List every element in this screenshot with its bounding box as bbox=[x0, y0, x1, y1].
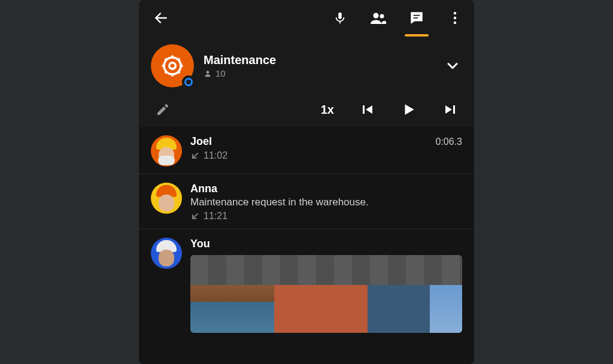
playback-controls: 1x bbox=[321, 102, 457, 117]
active-tab-indicator bbox=[405, 34, 429, 37]
message-duration: 0:06.3 bbox=[436, 136, 462, 147]
skip-next-icon bbox=[443, 102, 457, 117]
message-time: 11:02 bbox=[204, 150, 227, 161]
avatar[interactable] bbox=[151, 183, 182, 214]
playback-bar: 1x bbox=[139, 96, 474, 127]
message-item[interactable]: Anna Maintenance request in the warehous… bbox=[139, 174, 474, 229]
playback-speed-button[interactable]: 1x bbox=[321, 103, 334, 117]
svg-line-19 bbox=[193, 214, 198, 219]
svg-point-12 bbox=[207, 71, 210, 74]
svg-point-7 bbox=[454, 12, 456, 14]
message-meta: 11:02 bbox=[190, 150, 462, 161]
svg-point-3 bbox=[374, 13, 379, 19]
message-text: Maintenance request in the warehouse. bbox=[190, 196, 462, 208]
svg-point-8 bbox=[454, 17, 456, 19]
svg-marker-15 bbox=[405, 104, 414, 114]
edit-button[interactable] bbox=[156, 102, 170, 117]
more-vert-icon bbox=[453, 11, 457, 25]
speed-label: 1x bbox=[321, 103, 334, 117]
chat-icon bbox=[409, 10, 424, 26]
expand-channel-button[interactable] bbox=[444, 57, 461, 74]
incoming-arrow-icon bbox=[190, 151, 200, 160]
channel-header: Maintenance 10 bbox=[139, 36, 474, 96]
svg-rect-1 bbox=[338, 13, 342, 19]
svg-marker-16 bbox=[445, 105, 452, 114]
sender-name: Anna bbox=[190, 183, 217, 195]
play-icon bbox=[401, 102, 417, 117]
channel-info: Maintenance 10 bbox=[204, 53, 435, 78]
pencil-icon bbox=[156, 102, 170, 117]
member-count-value: 10 bbox=[216, 68, 226, 78]
overflow-menu-button[interactable] bbox=[445, 11, 465, 25]
app-frame: Maintenance 10 1x bbox=[139, 0, 474, 364]
skip-previous-icon bbox=[360, 102, 375, 117]
sender-name: You bbox=[190, 238, 210, 250]
message-time: 11:21 bbox=[204, 211, 227, 222]
chevron-down-icon bbox=[444, 57, 461, 74]
mic-icon bbox=[333, 10, 347, 26]
next-button[interactable] bbox=[443, 102, 457, 117]
message-item[interactable]: Joel 0:06.3 11:02 bbox=[139, 127, 474, 174]
play-button[interactable] bbox=[401, 102, 417, 117]
svg-point-4 bbox=[380, 14, 384, 19]
incoming-arrow-icon bbox=[190, 211, 200, 221]
previous-button[interactable] bbox=[360, 102, 375, 117]
svg-point-9 bbox=[454, 22, 456, 24]
person-icon bbox=[204, 69, 212, 78]
channel-name: Maintenance bbox=[204, 53, 435, 67]
sender-name: Joel bbox=[190, 135, 212, 148]
svg-rect-17 bbox=[453, 105, 455, 114]
message-item[interactable]: You bbox=[139, 229, 474, 340]
channel-member-count: 10 bbox=[204, 68, 435, 78]
image-attachment[interactable] bbox=[190, 255, 462, 333]
svg-line-18 bbox=[193, 153, 198, 158]
arrow-left-icon bbox=[153, 10, 169, 26]
top-bar bbox=[139, 0, 474, 36]
contacts-button[interactable] bbox=[369, 11, 388, 25]
messages-tab[interactable] bbox=[407, 10, 426, 26]
mic-button[interactable] bbox=[330, 10, 350, 26]
avatar[interactable] bbox=[151, 238, 182, 269]
channel-status-badge bbox=[182, 75, 195, 89]
channel-avatar[interactable] bbox=[151, 44, 194, 87]
message-list[interactable]: Joel 0:06.3 11:02 An bbox=[139, 127, 474, 364]
svg-marker-14 bbox=[366, 105, 372, 114]
top-actions bbox=[330, 10, 465, 26]
svg-rect-13 bbox=[363, 105, 365, 114]
back-button[interactable] bbox=[153, 10, 169, 26]
people-icon bbox=[369, 11, 387, 25]
avatar[interactable] bbox=[151, 135, 182, 166]
gear-wrench-icon bbox=[160, 53, 185, 78]
message-meta: 11:21 bbox=[190, 211, 462, 222]
